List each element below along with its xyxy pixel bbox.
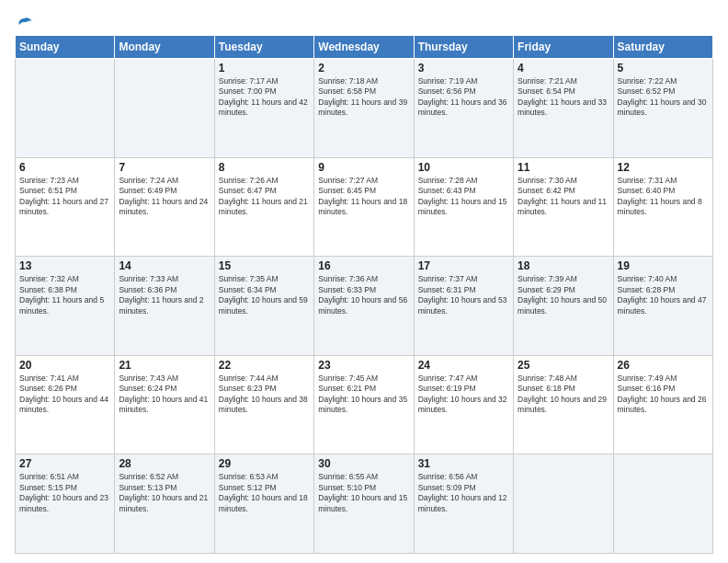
cell-info: Sunrise: 7:17 AM Sunset: 7:00 PM Dayligh… (219, 76, 310, 119)
cell-info: Sunrise: 7:36 AM Sunset: 6:33 PM Dayligh… (318, 274, 409, 316)
day-number: 14 (119, 259, 210, 272)
calendar-cell: 9Sunrise: 7:27 AM Sunset: 6:45 PM Daylig… (314, 157, 414, 257)
day-number: 16 (318, 259, 409, 272)
calendar-cell: 12Sunrise: 7:31 AM Sunset: 6:40 PM Dayli… (613, 157, 712, 257)
calendar-cell: 7Sunrise: 7:24 AM Sunset: 6:49 PM Daylig… (115, 157, 214, 257)
header-day-friday: Friday (514, 36, 613, 59)
calendar-cell: 5Sunrise: 7:22 AM Sunset: 6:52 PM Daylig… (613, 59, 712, 158)
calendar-cell: 17Sunrise: 7:37 AM Sunset: 6:31 PM Dayli… (414, 257, 513, 356)
header-day-sunday: Sunday (16, 36, 115, 59)
day-number: 13 (19, 259, 110, 272)
calendar-cell: 26Sunrise: 7:49 AM Sunset: 6:16 PM Dayli… (613, 355, 712, 454)
calendar-cell: 24Sunrise: 7:47 AM Sunset: 6:19 PM Dayli… (414, 355, 513, 454)
header (15, 15, 713, 28)
day-number: 2 (318, 62, 409, 75)
day-number: 18 (518, 259, 609, 272)
week-row-2: 6Sunrise: 7:23 AM Sunset: 6:51 PM Daylig… (16, 157, 713, 257)
cell-info: Sunrise: 7:32 AM Sunset: 6:38 PM Dayligh… (19, 274, 110, 316)
calendar-cell: 20Sunrise: 7:41 AM Sunset: 6:26 PM Dayli… (16, 355, 115, 454)
calendar-cell: 15Sunrise: 7:35 AM Sunset: 6:34 PM Dayli… (214, 257, 313, 356)
calendar-table: SundayMondayTuesdayWednesdayThursdayFrid… (15, 35, 713, 554)
cell-info: Sunrise: 7:23 AM Sunset: 6:51 PM Dayligh… (19, 176, 110, 218)
week-row-3: 13Sunrise: 7:32 AM Sunset: 6:38 PM Dayli… (16, 257, 713, 356)
header-day-thursday: Thursday (414, 36, 513, 59)
cell-info: Sunrise: 7:48 AM Sunset: 6:18 PM Dayligh… (518, 373, 609, 416)
calendar-cell (115, 59, 214, 158)
cell-info: Sunrise: 7:19 AM Sunset: 6:56 PM Dayligh… (418, 76, 509, 119)
cell-info: Sunrise: 7:49 AM Sunset: 6:16 PM Dayligh… (618, 373, 709, 416)
calendar-cell: 14Sunrise: 7:33 AM Sunset: 6:36 PM Dayli… (115, 257, 214, 356)
day-number: 10 (418, 161, 509, 174)
day-number: 11 (518, 161, 609, 174)
page: SundayMondayTuesdayWednesdayThursdayFrid… (0, 0, 728, 563)
day-number: 1 (219, 62, 310, 75)
calendar-cell: 19Sunrise: 7:40 AM Sunset: 6:28 PM Dayli… (613, 257, 712, 356)
cell-info: Sunrise: 7:18 AM Sunset: 6:58 PM Dayligh… (318, 76, 409, 119)
cell-info: Sunrise: 6:51 AM Sunset: 5:15 PM Dayligh… (19, 472, 110, 514)
day-number: 28 (119, 457, 210, 470)
day-number: 23 (318, 359, 409, 372)
day-number: 3 (418, 62, 509, 75)
logo (15, 15, 33, 28)
cell-info: Sunrise: 7:35 AM Sunset: 6:34 PM Dayligh… (219, 274, 310, 316)
day-number: 5 (618, 62, 709, 75)
header-row: SundayMondayTuesdayWednesdayThursdayFrid… (16, 36, 713, 59)
calendar-cell: 30Sunrise: 6:55 AM Sunset: 5:10 PM Dayli… (314, 454, 414, 554)
day-number: 30 (318, 457, 409, 470)
calendar-cell: 8Sunrise: 7:26 AM Sunset: 6:47 PM Daylig… (214, 157, 313, 257)
calendar-cell: 31Sunrise: 6:56 AM Sunset: 5:09 PM Dayli… (414, 454, 513, 554)
week-row-4: 20Sunrise: 7:41 AM Sunset: 6:26 PM Dayli… (16, 355, 713, 454)
cell-info: Sunrise: 7:47 AM Sunset: 6:19 PM Dayligh… (418, 373, 509, 416)
calendar-cell (613, 454, 712, 554)
header-day-monday: Monday (115, 36, 214, 59)
day-number: 7 (119, 161, 210, 174)
cell-info: Sunrise: 6:53 AM Sunset: 5:12 PM Dayligh… (219, 472, 310, 514)
header-day-tuesday: Tuesday (214, 36, 313, 59)
calendar-cell: 27Sunrise: 6:51 AM Sunset: 5:15 PM Dayli… (16, 454, 115, 554)
logo-bird-icon (17, 15, 33, 31)
header-day-saturday: Saturday (613, 36, 712, 59)
calendar-cell: 2Sunrise: 7:18 AM Sunset: 6:58 PM Daylig… (314, 59, 414, 158)
calendar: SundayMondayTuesdayWednesdayThursdayFrid… (15, 35, 713, 554)
cell-info: Sunrise: 7:39 AM Sunset: 6:29 PM Dayligh… (518, 274, 609, 316)
calendar-cell: 29Sunrise: 6:53 AM Sunset: 5:12 PM Dayli… (214, 454, 313, 554)
calendar-cell: 25Sunrise: 7:48 AM Sunset: 6:18 PM Dayli… (514, 355, 613, 454)
calendar-cell: 28Sunrise: 6:52 AM Sunset: 5:13 PM Dayli… (115, 454, 214, 554)
day-number: 9 (318, 161, 409, 174)
cell-info: Sunrise: 7:43 AM Sunset: 6:24 PM Dayligh… (119, 373, 210, 416)
cell-info: Sunrise: 7:30 AM Sunset: 6:42 PM Dayligh… (518, 176, 609, 218)
calendar-cell: 11Sunrise: 7:30 AM Sunset: 6:42 PM Dayli… (514, 157, 613, 257)
week-row-1: 1Sunrise: 7:17 AM Sunset: 7:00 PM Daylig… (16, 59, 713, 158)
day-number: 6 (19, 161, 110, 174)
calendar-cell: 10Sunrise: 7:28 AM Sunset: 6:43 PM Dayli… (414, 157, 513, 257)
header-day-wednesday: Wednesday (314, 36, 414, 59)
day-number: 26 (618, 359, 709, 372)
cell-info: Sunrise: 7:40 AM Sunset: 6:28 PM Dayligh… (618, 274, 709, 316)
day-number: 17 (418, 259, 509, 272)
calendar-header: SundayMondayTuesdayWednesdayThursdayFrid… (16, 36, 713, 59)
cell-info: Sunrise: 7:22 AM Sunset: 6:52 PM Dayligh… (618, 76, 709, 119)
cell-info: Sunrise: 6:52 AM Sunset: 5:13 PM Dayligh… (119, 472, 210, 514)
calendar-cell: 21Sunrise: 7:43 AM Sunset: 6:24 PM Dayli… (115, 355, 214, 454)
cell-info: Sunrise: 7:31 AM Sunset: 6:40 PM Dayligh… (618, 176, 709, 218)
calendar-cell: 16Sunrise: 7:36 AM Sunset: 6:33 PM Dayli… (314, 257, 414, 356)
calendar-cell: 4Sunrise: 7:21 AM Sunset: 6:54 PM Daylig… (514, 59, 613, 158)
calendar-cell: 6Sunrise: 7:23 AM Sunset: 6:51 PM Daylig… (16, 157, 115, 257)
cell-info: Sunrise: 7:44 AM Sunset: 6:23 PM Dayligh… (219, 373, 310, 416)
cell-info: Sunrise: 7:27 AM Sunset: 6:45 PM Dayligh… (318, 176, 409, 218)
day-number: 15 (219, 259, 310, 272)
cell-info: Sunrise: 7:28 AM Sunset: 6:43 PM Dayligh… (418, 176, 509, 218)
calendar-cell: 18Sunrise: 7:39 AM Sunset: 6:29 PM Dayli… (514, 257, 613, 356)
cell-info: Sunrise: 7:26 AM Sunset: 6:47 PM Dayligh… (219, 176, 310, 218)
day-number: 29 (219, 457, 310, 470)
day-number: 4 (518, 62, 609, 75)
week-row-5: 27Sunrise: 6:51 AM Sunset: 5:15 PM Dayli… (16, 454, 713, 554)
cell-info: Sunrise: 7:37 AM Sunset: 6:31 PM Dayligh… (418, 274, 509, 316)
day-number: 19 (618, 259, 709, 272)
cell-info: Sunrise: 7:33 AM Sunset: 6:36 PM Dayligh… (119, 274, 210, 316)
calendar-cell (16, 59, 115, 158)
cell-info: Sunrise: 7:21 AM Sunset: 6:54 PM Dayligh… (518, 76, 609, 119)
day-number: 22 (219, 359, 310, 372)
day-number: 20 (19, 359, 110, 372)
logo-text (15, 15, 33, 31)
